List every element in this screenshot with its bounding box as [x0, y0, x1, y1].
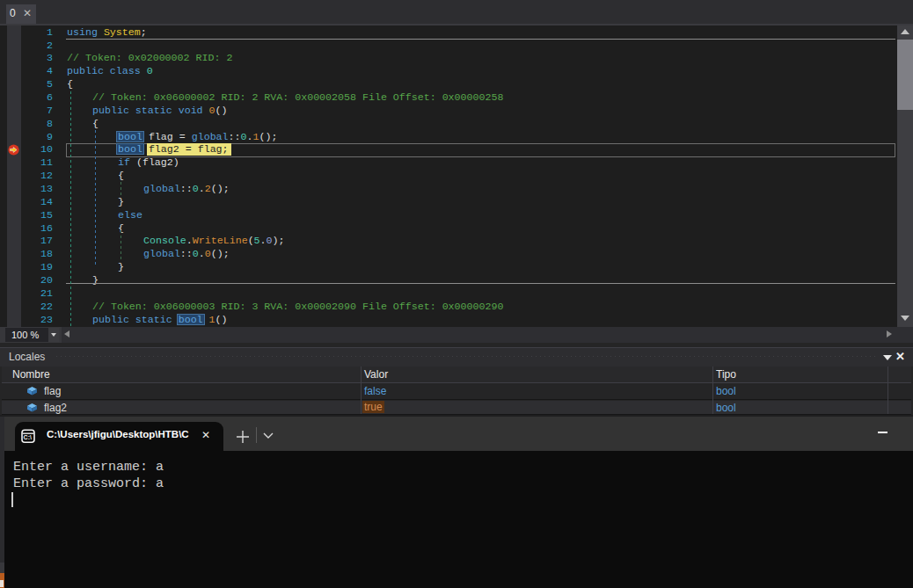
svg-text:C:\: C:\: [24, 434, 32, 440]
